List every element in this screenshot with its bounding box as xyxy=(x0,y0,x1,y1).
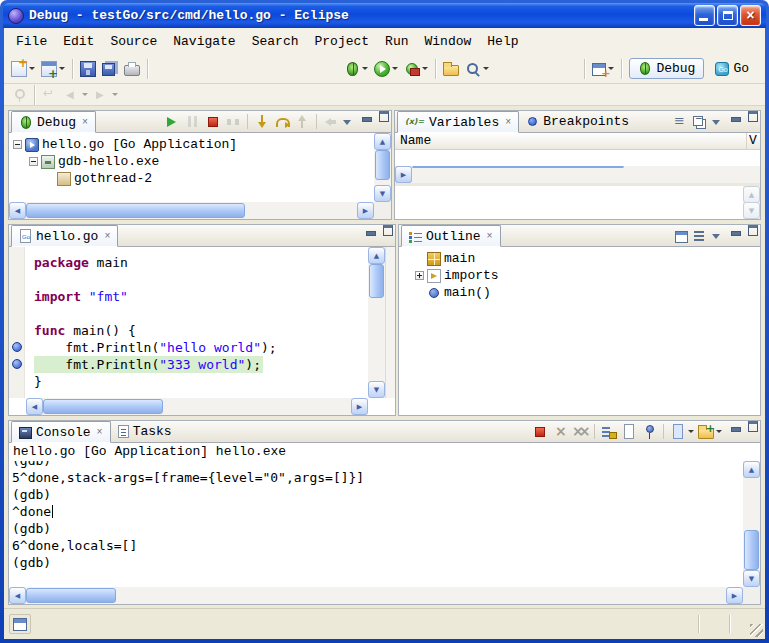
perspective-debug-button[interactable]: Debug xyxy=(629,58,704,79)
code-line[interactable] xyxy=(34,271,368,288)
tab-breakpoints[interactable]: Breakpoints xyxy=(519,111,636,132)
external-tools-button[interactable] xyxy=(401,57,431,81)
suspend-button[interactable] xyxy=(183,112,202,132)
tree-item[interactable]: main xyxy=(411,250,760,267)
code-area[interactable]: package mainimport "fmt"func main() { fm… xyxy=(26,247,368,398)
menu-item-search[interactable]: Search xyxy=(244,31,307,52)
debug-horizontal-scrollbar[interactable]: ◀ ▶ xyxy=(9,202,374,219)
maximize-view-button[interactable] xyxy=(746,225,760,237)
expand-icon[interactable] xyxy=(415,271,424,280)
last-edit-button[interactable] xyxy=(39,83,61,107)
scroll-down-icon[interactable]: ▼ xyxy=(743,570,760,587)
terminate-red-button[interactable] xyxy=(531,422,549,442)
scroll-left-icon[interactable]: ◀ xyxy=(26,398,43,415)
collapse-all-button[interactable] xyxy=(691,112,709,132)
scrollbar-thumb[interactable] xyxy=(43,399,163,414)
debug-vertical-scrollbar[interactable]: ▲ ▼ xyxy=(374,133,391,202)
step-over-button[interactable] xyxy=(273,112,291,132)
scrollbar-thumb[interactable] xyxy=(375,150,390,180)
show-logical-button[interactable] xyxy=(671,112,689,132)
search-button[interactable] xyxy=(462,57,492,81)
tab-tasks[interactable]: Tasks xyxy=(111,421,179,442)
tree-item[interactable]: gothread-2 xyxy=(9,170,391,187)
maximize-window-button[interactable] xyxy=(717,5,738,26)
perspective-go-button[interactable]: Go xyxy=(707,59,757,78)
drop-to-frame-button[interactable] xyxy=(322,112,340,132)
scroll-up-icon[interactable]: ▲ xyxy=(743,461,760,478)
remove-all-button[interactable] xyxy=(571,422,589,442)
menu-item-run[interactable]: Run xyxy=(377,31,416,52)
print-button[interactable] xyxy=(121,57,143,81)
scrollbar-thumb[interactable] xyxy=(744,530,759,570)
titlebar[interactable]: Debug - testGo/src/cmd/hello.go - Eclips… xyxy=(3,3,766,28)
console-vertical-scrollbar[interactable]: ▲ ▼ xyxy=(743,461,760,587)
remove-launch-button[interactable] xyxy=(551,422,569,442)
code-line[interactable] xyxy=(34,305,368,322)
scroll-up-icon[interactable]: ▲ xyxy=(374,133,391,150)
code-line[interactable]: func main() { xyxy=(34,322,368,339)
menu-item-help[interactable]: Help xyxy=(479,31,526,52)
focus-button[interactable] xyxy=(674,226,689,246)
menu-item-file[interactable]: File xyxy=(8,31,55,52)
variables-tree[interactable] xyxy=(395,150,760,166)
tab-debug[interactable]: Debug × xyxy=(11,111,96,133)
close-tab-icon[interactable]: × xyxy=(97,427,103,438)
step-into-button[interactable] xyxy=(253,112,271,132)
editor-vertical-scrollbar[interactable]: ▲ ▼ xyxy=(368,247,385,398)
close-tab-icon[interactable]: × xyxy=(104,231,110,242)
variables-horizontal-scrollbar[interactable]: ◀ ▶ xyxy=(395,166,760,183)
scroll-up-icon[interactable]: ▲ xyxy=(368,247,385,264)
variables-detail-pane[interactable]: ▲ ▼ xyxy=(395,186,760,219)
scroll-right-icon[interactable]: ▶ xyxy=(351,398,368,415)
minimize-window-button[interactable] xyxy=(694,5,715,26)
pin-console-button[interactable] xyxy=(640,422,658,442)
resume-button[interactable] xyxy=(162,112,181,132)
scroll-right-icon[interactable]: ▶ xyxy=(357,202,374,219)
step-return-button[interactable] xyxy=(293,112,311,132)
breakpoint-marker[interactable] xyxy=(12,359,22,369)
debug-button[interactable] xyxy=(342,57,371,81)
new-launch-button[interactable] xyxy=(38,57,68,81)
code-line[interactable]: } xyxy=(34,373,368,390)
editor-overview-ruler[interactable] xyxy=(385,247,395,398)
tab-console[interactable]: Console × xyxy=(11,421,111,443)
tree-item[interactable]: imports xyxy=(411,267,760,284)
menu-item-source[interactable]: Source xyxy=(102,31,165,52)
scrollbar-thumb[interactable] xyxy=(369,264,384,298)
scrollbar-thumb[interactable] xyxy=(412,166,624,168)
disconnect-button[interactable] xyxy=(224,112,242,132)
minimize-view-button[interactable] xyxy=(729,225,743,237)
minimize-view-button[interactable] xyxy=(364,225,378,237)
minimize-view-button[interactable] xyxy=(729,111,743,123)
column-name[interactable]: Name xyxy=(395,133,746,149)
tree-item[interactable]: main() xyxy=(411,284,760,301)
view-menu-button[interactable] xyxy=(342,112,354,132)
scroll-left-icon[interactable]: ◀ xyxy=(9,202,26,219)
view-menu-button[interactable] xyxy=(711,112,723,132)
open-perspective-button[interactable] xyxy=(589,57,617,81)
menu-item-window[interactable]: Window xyxy=(417,31,480,52)
scroll-left-icon[interactable]: ◀ xyxy=(9,587,26,604)
open-folder-button[interactable] xyxy=(440,57,462,81)
pin-editor-button[interactable] xyxy=(8,83,30,107)
minimize-view-button[interactable] xyxy=(360,111,374,123)
save-button[interactable] xyxy=(77,57,99,81)
editor-horizontal-scrollbar[interactable]: ◀ ▶ xyxy=(26,398,368,415)
menu-item-project[interactable]: Project xyxy=(306,31,377,52)
view-menu-button[interactable] xyxy=(711,226,723,246)
code-line[interactable]: package main xyxy=(34,254,368,271)
tab-outline[interactable]: Outline × xyxy=(401,225,501,247)
code-line[interactable]: fmt.Println("333 world"); xyxy=(34,356,368,373)
back-button[interactable] xyxy=(61,83,91,107)
run-button[interactable] xyxy=(371,57,401,81)
close-tab-icon[interactable]: × xyxy=(505,117,511,128)
tab-hello-go[interactable]: hello.go × xyxy=(11,225,118,247)
column-value[interactable]: V xyxy=(746,133,760,149)
variables-column-header[interactable]: Name V xyxy=(395,133,760,150)
scroll-right-icon[interactable]: ▶ xyxy=(726,587,743,604)
sort-button[interactable] xyxy=(691,226,709,246)
scroll-down-icon[interactable]: ▼ xyxy=(374,185,391,202)
minimize-view-button[interactable] xyxy=(729,421,743,433)
maximize-view-button[interactable] xyxy=(746,111,760,123)
maximize-view-button[interactable] xyxy=(377,111,391,123)
